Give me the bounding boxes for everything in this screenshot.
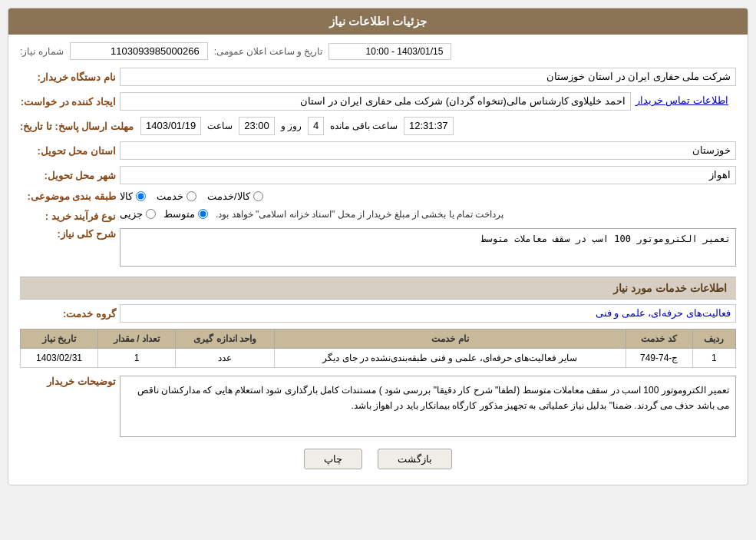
buyer-description-label: توضیحات خریدار [20, 376, 120, 387]
page-wrapper: جزئیات اطلاعات نیاز شماره نیاز: 11030939… [0, 0, 756, 540]
cell-unit: عدد [175, 349, 274, 368]
back-button[interactable]: بازگشت [378, 449, 452, 469]
table-row: 1 ج-74-749 سایر فعالیت‌های حرفه‌ای، علمی… [21, 349, 736, 368]
category-service-label: خدمت [157, 190, 183, 202]
buyer-description-row: توضیحات خریدار تعمیر الکتروموتور 100 اسب… [20, 376, 736, 437]
col-service-name: نام خدمت [275, 330, 626, 349]
announce-row: شماره نیاز: 1103093985000266 تاریخ و ساع… [20, 42, 736, 60]
need-number-value: 1103093985000266 [70, 42, 208, 60]
buyer-description-box: تعمیر الکتروموتور 100 اسب در سقف معاملات… [120, 376, 736, 437]
services-table-body: 1 ج-74-749 سایر فعالیت‌های حرفه‌ای، علمی… [21, 349, 736, 368]
creator-label: ایجاد کننده در خواست: [20, 96, 120, 108]
creator-row: ایجاد کننده در خواست: احمد خلیلاوی کارشن… [20, 92, 736, 111]
deadline-remain-label: ساعت باقی مانده [327, 121, 401, 131]
card-body: شماره نیاز: 1103093985000266 تاریخ و ساع… [8, 35, 748, 485]
col-unit: واحد اندازه گیری [175, 330, 274, 349]
need-description-row: شرح کلی نیاز: تعمیر الکتروموتور 100 اسب … [20, 228, 736, 269]
category-option-service[interactable]: خدمت [157, 190, 196, 202]
group-service-row: گروه خدمت: فعالیت‌های حرفه‌ای، علمی و فن… [20, 304, 736, 323]
category-option-both[interactable]: کالا/خدمت [207, 190, 263, 202]
group-service-label: گروه خدمت: [20, 308, 120, 320]
category-label: طبقه بندی موضوعی: [20, 190, 120, 202]
cell-row-num: 1 [692, 349, 735, 368]
main-card: جزئیات اطلاعات نیاز شماره نیاز: 11030939… [8, 8, 748, 485]
category-radio-group: کالا خدمت کالا/خدمت [120, 190, 263, 202]
need-description-label: شرح کلی نیاز: [20, 228, 120, 240]
province-value: خوزستان [120, 141, 736, 160]
announce-label: تاریخ و ساعت اعلان عمومی: [214, 46, 323, 57]
province-row: استان محل تحویل: خوزستان [20, 141, 736, 160]
cell-date: 1403/02/31 [21, 349, 98, 368]
process-partial-label: جزیی [120, 208, 143, 220]
deadline-time: 23:00 [239, 117, 275, 135]
services-section-header: اطلاعات خدمات مورد نیاز [20, 277, 736, 300]
process-medium-label: متوسط [163, 208, 195, 220]
cell-service-name: سایر فعالیت‌های حرفه‌ای، علمی و فنی طبقه… [275, 349, 626, 368]
cell-service-code: ج-74-749 [626, 349, 692, 368]
deadline-time-label: ساعت [204, 121, 236, 131]
actions-row: بازگشت چاپ [20, 449, 736, 469]
process-options: جزیی متوسط پرداخت تمام یا بخشی از مبلغ خ… [120, 208, 503, 220]
cell-quantity: 1 [98, 349, 176, 368]
col-row-num: ردیف [692, 330, 735, 349]
deadline-day-label: روز و [278, 121, 305, 131]
category-option-goods[interactable]: کالا [120, 190, 146, 202]
group-service-value[interactable]: فعالیت‌های حرفه‌ای، علمی و فنی [120, 304, 736, 323]
announce-value: 1403/01/15 - 10:00 [328, 43, 451, 60]
city-value: اهواز [120, 166, 736, 184]
process-option-medium[interactable]: متوسط [163, 208, 208, 220]
print-button[interactable]: چاپ [304, 449, 362, 469]
deadline-remain: 12:31:37 [404, 117, 454, 135]
col-service-code: کد خدمت [626, 330, 692, 349]
creator-value: احمد خلیلاوی کارشناس مالی(تنخواه گردان) … [120, 92, 631, 111]
deadline-row: مهلت ارسال پاسخ: تا تاریخ: 1403/01/19 سا… [20, 117, 736, 135]
col-quantity: تعداد / مقدار [98, 330, 176, 349]
process-option-partial[interactable]: جزیی [120, 208, 156, 220]
province-label: استان محل تحویل: [20, 145, 120, 157]
deadline-date: 1403/01/19 [140, 117, 201, 135]
process-label: نوع فرآیند خرید : [20, 210, 120, 222]
deadline-label: مهلت ارسال پاسخ: تا تاریخ: [20, 121, 137, 132]
card-header: جزئیات اطلاعات نیاز [8, 8, 748, 35]
process-row: نوع فرآیند خرید : جزیی متوسط پرداخت تمام… [20, 208, 736, 222]
services-table: ردیف کد خدمت نام خدمت واحد اندازه گیری ت… [20, 329, 736, 368]
need-number-label: شماره نیاز: [20, 46, 64, 57]
category-goods-label: کالا [120, 190, 133, 202]
city-row: شهر محل تحویل: اهواز [20, 166, 736, 184]
services-table-head: ردیف کد خدمت نام خدمت واحد اندازه گیری ت… [21, 330, 736, 349]
col-date: تاریخ نیاز [21, 330, 98, 349]
deadline-days: 4 [308, 117, 324, 135]
creator-contact-link[interactable]: اطلاعات تماس خریدار [631, 92, 733, 111]
category-row: طبقه بندی موضوعی: کالا خدمت کالا/خدمت [20, 190, 736, 202]
buyer-value: شرکت ملی حفاری ایران در استان خوزستان [120, 68, 736, 86]
buyer-label: نام دستگاه خریدار: [20, 71, 120, 83]
city-label: شهر محل تحویل: [20, 170, 120, 181]
page-title: جزئیات اطلاعات نیاز [329, 15, 427, 28]
process-desc: پرداخت تمام یا بخشی از مبلغ خریدار از مح… [216, 209, 503, 220]
need-description-textarea[interactable]: تعمیر الکتروموتور 100 اسب در سقف معاملات… [120, 228, 736, 267]
services-table-header-row: ردیف کد خدمت نام خدمت واحد اندازه گیری ت… [21, 330, 736, 349]
buyer-row: نام دستگاه خریدار: شرکت ملی حفاری ایران … [20, 68, 736, 86]
category-both-label: کالا/خدمت [207, 190, 250, 202]
